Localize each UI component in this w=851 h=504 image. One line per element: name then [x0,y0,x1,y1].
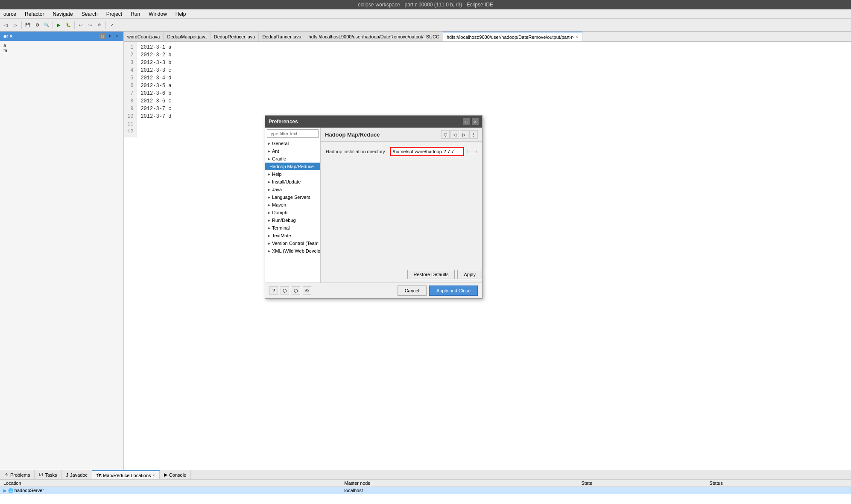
pref-close-btn[interactable]: × [472,118,479,125]
bottom-tab-close-icon[interactable]: × [153,473,155,478]
bottom-tab-javadoc[interactable]: J Javadoc [62,470,92,479]
sidebar-close-btn[interactable]: × [114,33,120,39]
tree-arrow-icon: ▶ [268,180,270,184]
editor-area[interactable]: 123456789101112 2012-3-1 a2012-3-2 b2012… [124,42,851,470]
bottom-tab-problems[interactable]: ⚠ Problems [0,470,35,479]
toolbar-sep-3 [74,21,75,29]
pref-tree-item[interactable]: ▶Gradle [265,155,320,163]
toolbar-sep-4 [105,21,106,29]
menu-navigate[interactable]: Navigate [51,10,74,18]
pref-tree-item[interactable]: ▶Maven [265,201,320,209]
editor-tabs: wordCount.java DedupMapper.java DedupRed… [124,32,851,42]
pref-tree-item[interactable]: Hadoop Map/Reduce [265,163,320,170]
pref-maximize-btn[interactable]: □ [463,118,470,125]
bottom-tab-console[interactable]: ▶ Console [160,470,191,479]
menu-window[interactable]: Window [147,10,169,18]
pref-main: ▶General▶Ant▶GradleHadoop Map/Reduce▶Hel… [265,128,482,283]
pref-tree-item[interactable]: ▶General [265,140,320,147]
tree-arrow-icon: ▶ [268,149,270,153]
tree-arrow-icon: ▶ [268,157,270,161]
info-icon[interactable]: © [303,286,311,295]
toolbar: ◁ ▷ 💾 ⚙ 🔍 ▶ 🐛 ↩ ↪ ⟳ ↗ [0,19,851,32]
toolbar-save-btn[interactable]: 💾 [23,21,32,29]
pref-form-row-install-dir: Hadoop installation directory: [326,147,477,156]
menu-help[interactable]: Help [174,10,188,18]
menu-refactor[interactable]: Refactor [23,10,46,18]
line-number: 4 [127,67,133,74]
browse-btn[interactable] [468,150,477,153]
bottom-panel: ⚠ Problems ☑ Tasks J Javadoc 🗺 Map/Reduc… [0,470,851,504]
toolbar-debug-btn[interactable]: 🐛 [64,21,73,29]
pref-tree-item[interactable]: ▶Run/Debug [265,216,320,224]
restore-defaults-btn[interactable]: Restore Defaults [407,270,455,279]
title-bar: eclipse-workspace - part-r-00000 (111.0 … [0,0,851,9]
menu-bar: ource Refactor Navigate Search Project R… [0,9,851,19]
cancel-btn[interactable]: Cancel [398,286,427,296]
pref-tree-item[interactable]: ▶Help [265,170,320,178]
menu-run[interactable]: Run [129,10,142,18]
menu-project[interactable]: Project [105,10,124,18]
pref-tree-item[interactable]: ▶Version Control (Team [265,239,320,247]
tree-item-label: Terminal [272,225,290,230]
tab-label: wordCount.java [127,34,160,39]
tree-arrow-icon: ▶ [268,203,270,207]
line-number: 12 [127,128,133,136]
tab-wordcount[interactable]: wordCount.java [124,32,164,42]
editor-content: 123456789101112 2012-3-1 a2012-3-2 b2012… [124,42,851,137]
pref-footer-left: ? ⬡ ⬡ © [269,286,311,295]
cell-status [706,487,851,494]
apply-btn[interactable]: Apply [457,270,482,279]
toolbar-btn-2[interactable]: ⚙ [33,21,41,29]
javadoc-icon: J [66,472,69,478]
menu-search[interactable]: Search [80,10,99,18]
toolbar-external-btn[interactable]: ↗ [108,21,116,29]
tab-hdfs-succ[interactable]: hdfs://localhost:9000/user/hadoop/DateRe… [305,32,443,42]
sidebar-label-a: a ta [0,41,123,55]
toolbar-btn-3[interactable]: 🔍 [42,21,51,29]
toolbar-btn-6[interactable]: ⟳ [95,21,104,29]
pref-tree-item[interactable]: ▶Language Servers [265,193,320,201]
menu-source[interactable]: ource [2,10,18,18]
toolbar-forward-btn[interactable]: ▷ [11,21,20,29]
sidebar-filter-btn[interactable]: ▼ [107,33,113,39]
pref-tree-item[interactable]: ▶Java [265,186,320,193]
cell-location: ▶ 🌐 hadoopServer [0,487,341,494]
import-icon[interactable]: ⬡ [292,286,300,295]
problems-icon: ⚠ [4,472,9,478]
export-icon[interactable]: ⬡ [281,286,289,295]
toolbar-run-btn[interactable]: ▶ [55,21,63,29]
toolbar-btn-4[interactable]: ↩ [76,21,85,29]
tab-dedupmapper[interactable]: DedupMapper.java [164,32,210,42]
apply-and-close-btn[interactable]: Apply and Close [429,286,478,296]
pref-back-btn[interactable]: ◁ [450,130,459,139]
install-dir-input[interactable] [390,147,464,156]
code-line: 2012-3-6 b [140,90,171,97]
pref-tree-item[interactable]: ▶Terminal [265,224,320,232]
tab-dedupreducer[interactable]: DedupReducer.java [211,32,259,42]
pref-tree-item[interactable]: ▶Oomph [265,209,320,216]
bottom-tab-tasks[interactable]: ☑ Tasks [35,470,61,479]
tree-arrow-icon: ▶ [268,242,270,245]
pref-menu-btn[interactable]: ⋮ [469,130,478,139]
tab-close-icon[interactable]: × [576,35,579,40]
tab-deduprunner[interactable]: DedupRunner.java [259,32,305,42]
toolbar-back-btn[interactable]: ◁ [2,21,10,29]
toolbar-btn-5[interactable]: ↪ [86,21,94,29]
bottom-tab-mapreduce[interactable]: 🗺 Map/Reduce Locations × [92,470,160,479]
table-row[interactable]: ▶ 🌐 hadoopServer localhost [0,487,851,494]
pref-expand-btn[interactable]: ⬡ [441,130,450,139]
pref-tree-item[interactable]: ▶Ant [265,147,320,155]
sidebar-minimize-btn[interactable]: □ [99,33,105,39]
line-number: 11 [127,120,133,128]
pref-tree-item[interactable]: ▶TextMate [265,232,320,239]
help-icon[interactable]: ? [269,286,278,295]
tree-item-label: Language Servers [272,195,310,200]
tab-hdfs-part[interactable]: hdfs://localhost:9000/user/hadoop/DateRe… [443,32,582,42]
col-state: State [578,480,706,487]
pref-forward-btn[interactable]: ▷ [460,130,468,139]
pref-tree-item[interactable]: ▶Install/Update [265,178,320,186]
tree-arrow-icon: ▶ [268,188,270,192]
pref-tree-item[interactable]: ▶XML (Wild Web Develo [265,247,320,255]
col-master-node: Master node [341,480,578,487]
pref-filter-input[interactable] [267,129,319,138]
